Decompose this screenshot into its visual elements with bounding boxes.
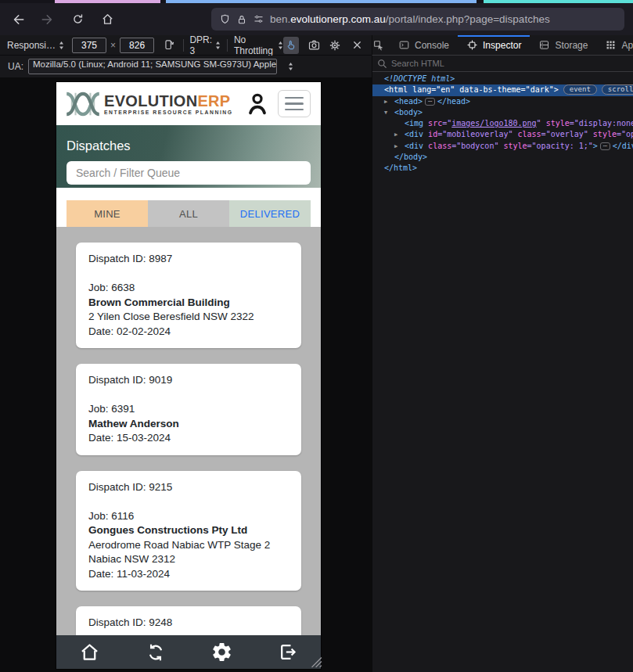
markup-row[interactable]: ▶<head>⋯</head> xyxy=(372,96,633,107)
expand-arrow-icon[interactable]: ▶ xyxy=(384,96,394,107)
home-icon xyxy=(79,641,100,663)
app-header: EVOLUTIONERP ENTERPRISE RESOURCE PLANNIN… xyxy=(56,82,321,125)
dispatch-date: Date: 15-03-2024 xyxy=(88,431,289,446)
bottom-nav xyxy=(56,635,321,669)
code-fragment: </div> xyxy=(613,142,633,150)
element-picker-button[interactable] xyxy=(372,35,385,55)
code-fragment: images/logo180.png xyxy=(451,119,536,128)
rotate-viewport-button[interactable] xyxy=(160,37,177,54)
url-path: /portal/index.php?page=dispatches xyxy=(386,13,550,25)
node-badge[interactable]: event xyxy=(563,84,597,95)
queue-tab-delivered[interactable]: DELIVERED xyxy=(229,200,311,227)
markup-row[interactable]: ▶<div id="mobileoverlay" class="overlay"… xyxy=(372,129,633,140)
dpr-selector[interactable]: DPR: 3 xyxy=(189,34,221,56)
search-icon xyxy=(377,59,387,69)
page-title: Dispatches xyxy=(67,138,311,153)
code-fragment: class xyxy=(423,142,451,150)
queue-tab-all[interactable]: ALL xyxy=(148,200,229,227)
chevron-updown-icon[interactable] xyxy=(288,62,293,71)
code-fragment: ="mobileoverlay" xyxy=(437,130,513,138)
expand-arrow-icon[interactable]: ▶ xyxy=(394,141,405,152)
nav-logout-button[interactable] xyxy=(272,637,304,668)
back-button[interactable] xyxy=(6,9,30,31)
dispatch-id: Dispatch ID: 9215 xyxy=(88,480,289,495)
menu-button[interactable] xyxy=(278,90,311,117)
markup-row[interactable]: <html lang="en" data-bs-theme="dark">eve… xyxy=(372,84,633,95)
collapsed-content-pill[interactable]: ⋯ xyxy=(600,142,610,150)
ua-label: UA: xyxy=(8,61,23,72)
ua-input[interactable]: Mozilla/5.0 (Linux; Android 11; SAMSUNG … xyxy=(28,59,277,74)
code-fragment: ="opacity: xyxy=(617,130,633,138)
viewport-height-input[interactable] xyxy=(120,38,154,53)
touch-hand-icon xyxy=(285,39,297,52)
markup-row[interactable]: <!DOCTYPE html> xyxy=(372,74,633,84)
resize-grip-icon xyxy=(308,654,322,668)
rotate-phone-icon xyxy=(162,38,175,52)
code-fragment: ="opacity: 1;" xyxy=(527,142,593,150)
code-fragment: style xyxy=(498,142,527,150)
dispatch-card[interactable]: Dispatch ID: 9248Job: 3918 xyxy=(76,606,301,635)
code-fragment: ="overlay" xyxy=(541,130,588,138)
reload-icon xyxy=(71,13,85,26)
viewport-width-input[interactable] xyxy=(72,38,106,53)
inspector-panel: <!DOCTYPE html><html lang="en" data-bs-t… xyxy=(372,56,633,672)
tab-inspector[interactable]: Inspector xyxy=(458,35,530,55)
code-fragment: </body> xyxy=(394,153,427,161)
url-text: ben.evolutionerp.com.au/portal/index.php… xyxy=(270,13,550,25)
ua-bar: UA: Mozilla/5.0 (Linux; Android 11; SAMS… xyxy=(0,56,372,78)
tab-storage[interactable]: Storage xyxy=(530,35,596,55)
expand-arrow-icon[interactable]: ▶ xyxy=(394,129,405,140)
viewport-resize-grip[interactable] xyxy=(308,654,322,668)
dispatch-job: Job: 6116 xyxy=(88,509,289,524)
dispatch-card[interactable]: Dispatch ID: 9215Job: 6116Gongues Constr… xyxy=(76,471,301,591)
browser-toolbar: ben.evolutionerp.com.au/portal/index.php… xyxy=(0,3,633,35)
storage-icon xyxy=(538,39,550,51)
divider xyxy=(183,39,184,52)
tab-application[interactable]: Application xyxy=(596,35,633,55)
screenshot-button[interactable] xyxy=(306,37,322,54)
expand-arrow-icon[interactable]: ▼ xyxy=(384,107,394,118)
lock-icon[interactable] xyxy=(236,14,247,25)
node-badge[interactable]: scroll xyxy=(602,84,633,95)
url-bar[interactable]: ben.evolutionerp.com.au/portal/index.php… xyxy=(211,8,624,31)
device-selector[interactable]: Responsi… xyxy=(7,40,64,51)
browser-window: ben.evolutionerp.com.au/portal/index.php… xyxy=(0,0,633,672)
markup-row[interactable]: <img src="images/logo180.png" style="dis… xyxy=(372,118,633,129)
queue-tab-mine[interactable]: MINE xyxy=(67,200,148,227)
touch-simulation-button[interactable] xyxy=(283,37,300,54)
permissions-icon[interactable] xyxy=(253,13,264,25)
rdm-toolbar: Responsi… × DPR: 3 No Throttling xyxy=(0,35,372,56)
profile-button[interactable] xyxy=(246,91,269,117)
home-button[interactable] xyxy=(95,9,119,31)
home-icon xyxy=(101,13,114,26)
search-html-input[interactable] xyxy=(391,59,595,68)
mobile-viewport: EVOLUTIONERP ENTERPRISE RESOURCE PLANNIN… xyxy=(56,82,321,669)
markup-row[interactable]: ▶<div class="bodycon" style="opacity: 1;… xyxy=(372,141,633,152)
logo-accent: ERP xyxy=(197,92,230,110)
reload-button[interactable] xyxy=(66,9,89,31)
nav-refresh-button[interactable] xyxy=(140,637,171,668)
shield-icon[interactable] xyxy=(219,13,231,25)
dispatch-card[interactable]: Dispatch ID: 9019Job: 6391Mathew Anderso… xyxy=(76,364,301,455)
viewport-area: EVOLUTIONERP ENTERPRISE RESOURCE PLANNIN… xyxy=(0,78,372,672)
collapsed-content-pill[interactable]: ⋯ xyxy=(425,98,435,106)
code-fragment: src xyxy=(423,119,442,128)
dispatch-address: Nabiac NSW 2312 xyxy=(88,552,289,567)
markup-row[interactable]: </html> xyxy=(372,163,633,174)
code-fragment: class xyxy=(513,130,541,138)
nav-settings-button[interactable] xyxy=(206,637,237,668)
markup-row[interactable]: </body> xyxy=(372,152,633,163)
code-fragment: <!DOCTYPE html> xyxy=(384,74,455,83)
queue-search-input[interactable] xyxy=(67,161,311,185)
forward-button[interactable] xyxy=(36,9,59,31)
rdm-settings-button[interactable] xyxy=(327,37,343,54)
markup-row[interactable]: ▼<body> xyxy=(372,107,633,118)
refresh-icon xyxy=(146,642,166,663)
tab-console[interactable]: Console xyxy=(390,35,458,55)
nav-home-button[interactable] xyxy=(74,637,105,668)
close-rdm-button[interactable] xyxy=(349,37,365,54)
code-fragment: id xyxy=(423,130,437,138)
code-fragment: style xyxy=(588,130,617,138)
throttling-selector[interactable]: No Throttling xyxy=(234,34,283,56)
dispatch-card[interactable]: Dispatch ID: 8987Job: 6638Brown Commerci… xyxy=(76,243,301,348)
